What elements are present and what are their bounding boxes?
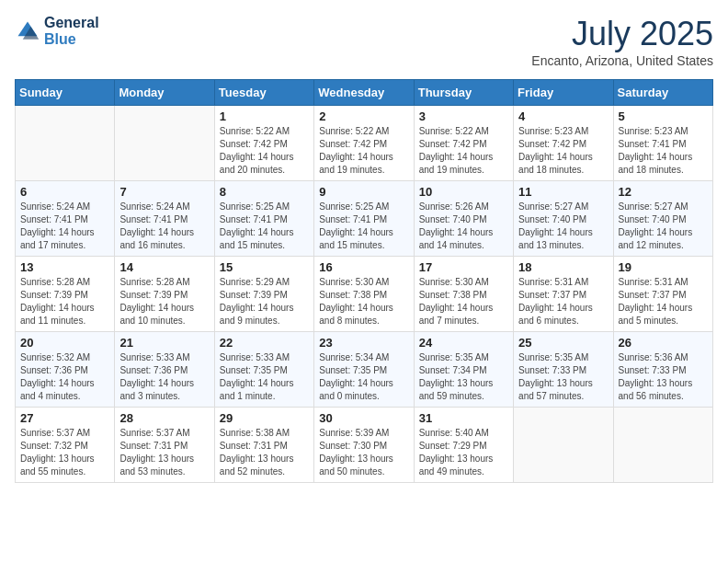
day-number: 12: [619, 185, 708, 199]
day-info: Sunrise: 5:26 AM Sunset: 7:40 PM Dayligh…: [419, 201, 508, 252]
day-info: Sunrise: 5:40 AM Sunset: 7:29 PM Dayligh…: [419, 427, 508, 478]
day-info: Sunrise: 5:24 AM Sunset: 7:41 PM Dayligh…: [119, 201, 209, 252]
day-number: 13: [20, 260, 109, 274]
calendar-cell: 10Sunrise: 5:26 AM Sunset: 7:40 PM Dayli…: [414, 181, 513, 257]
day-info: Sunrise: 5:27 AM Sunset: 7:40 PM Dayligh…: [518, 201, 608, 252]
day-number: 22: [220, 336, 309, 350]
calendar-cell: 29Sunrise: 5:38 AM Sunset: 7:31 PM Dayli…: [214, 408, 313, 483]
day-number: 29: [220, 411, 309, 425]
day-number: 20: [20, 336, 109, 350]
week-row-3: 13Sunrise: 5:28 AM Sunset: 7:39 PM Dayli…: [16, 257, 713, 332]
day-number: 23: [319, 336, 408, 350]
calendar-cell: 18Sunrise: 5:31 AM Sunset: 7:37 PM Dayli…: [514, 257, 613, 332]
calendar-cell: 23Sunrise: 5:34 AM Sunset: 7:35 PM Dayli…: [314, 332, 414, 408]
day-info: Sunrise: 5:31 AM Sunset: 7:37 PM Dayligh…: [619, 276, 708, 327]
day-number: 17: [419, 260, 508, 274]
location: Encanto, Arizona, United States: [531, 53, 713, 68]
day-info: Sunrise: 5:25 AM Sunset: 7:41 PM Dayligh…: [319, 201, 408, 252]
day-info: Sunrise: 5:27 AM Sunset: 7:40 PM Dayligh…: [619, 201, 708, 252]
day-info: Sunrise: 5:22 AM Sunset: 7:42 PM Dayligh…: [220, 125, 309, 177]
logo-general: General: [44, 15, 99, 31]
day-number: 4: [518, 109, 608, 123]
day-info: Sunrise: 5:30 AM Sunset: 7:38 PM Dayligh…: [419, 276, 508, 327]
day-info: Sunrise: 5:23 AM Sunset: 7:42 PM Dayligh…: [518, 125, 608, 177]
day-info: Sunrise: 5:32 AM Sunset: 7:36 PM Dayligh…: [20, 351, 109, 403]
day-number: 11: [518, 185, 608, 199]
calendar-cell: 3Sunrise: 5:22 AM Sunset: 7:42 PM Daylig…: [414, 106, 513, 181]
day-number: 30: [319, 411, 408, 425]
day-info: Sunrise: 5:31 AM Sunset: 7:37 PM Dayligh…: [518, 276, 608, 327]
day-number: 14: [119, 260, 209, 274]
day-number: 9: [319, 185, 408, 199]
calendar-cell: 14Sunrise: 5:28 AM Sunset: 7:39 PM Dayli…: [115, 257, 214, 332]
weekday-tuesday: Tuesday: [214, 80, 313, 106]
logo-blue: Blue: [44, 31, 99, 48]
calendar-cell: 8Sunrise: 5:25 AM Sunset: 7:41 PM Daylig…: [214, 181, 313, 257]
calendar-cell: 17Sunrise: 5:30 AM Sunset: 7:38 PM Dayli…: [414, 257, 513, 332]
day-number: 5: [619, 109, 708, 123]
day-info: Sunrise: 5:28 AM Sunset: 7:39 PM Dayligh…: [20, 276, 109, 327]
weekday-thursday: Thursday: [414, 80, 513, 106]
week-row-5: 27Sunrise: 5:37 AM Sunset: 7:32 PM Dayli…: [16, 408, 713, 483]
calendar-cell: 12Sunrise: 5:27 AM Sunset: 7:40 PM Dayli…: [613, 181, 712, 257]
day-info: Sunrise: 5:39 AM Sunset: 7:30 PM Dayligh…: [319, 427, 408, 478]
calendar-cell: 24Sunrise: 5:35 AM Sunset: 7:34 PM Dayli…: [414, 332, 513, 408]
calendar-cell: 27Sunrise: 5:37 AM Sunset: 7:32 PM Dayli…: [16, 408, 115, 483]
calendar-cell: [16, 106, 115, 181]
calendar-cell: 30Sunrise: 5:39 AM Sunset: 7:30 PM Dayli…: [314, 408, 414, 483]
calendar-cell: 2Sunrise: 5:22 AM Sunset: 7:42 PM Daylig…: [314, 106, 414, 181]
calendar-cell: 15Sunrise: 5:29 AM Sunset: 7:39 PM Dayli…: [214, 257, 313, 332]
day-info: Sunrise: 5:36 AM Sunset: 7:33 PM Dayligh…: [619, 351, 708, 403]
calendar-cell: 6Sunrise: 5:24 AM Sunset: 7:41 PM Daylig…: [16, 181, 115, 257]
calendar-cell: 19Sunrise: 5:31 AM Sunset: 7:37 PM Dayli…: [613, 257, 712, 332]
day-info: Sunrise: 5:23 AM Sunset: 7:41 PM Dayligh…: [619, 125, 708, 177]
week-row-4: 20Sunrise: 5:32 AM Sunset: 7:36 PM Dayli…: [16, 332, 713, 408]
calendar-cell: 5Sunrise: 5:23 AM Sunset: 7:41 PM Daylig…: [613, 106, 712, 181]
day-number: 16: [319, 260, 408, 274]
logo-icon: [15, 18, 40, 44]
day-info: Sunrise: 5:33 AM Sunset: 7:35 PM Dayligh…: [220, 351, 309, 403]
day-number: 27: [20, 411, 109, 425]
day-info: Sunrise: 5:38 AM Sunset: 7:31 PM Dayligh…: [220, 427, 309, 478]
day-number: 3: [419, 109, 508, 123]
day-info: Sunrise: 5:37 AM Sunset: 7:31 PM Dayligh…: [119, 427, 209, 478]
week-row-1: 1Sunrise: 5:22 AM Sunset: 7:42 PM Daylig…: [16, 106, 713, 181]
calendar-cell: 21Sunrise: 5:33 AM Sunset: 7:36 PM Dayli…: [115, 332, 214, 408]
calendar-cell: 16Sunrise: 5:30 AM Sunset: 7:38 PM Dayli…: [314, 257, 414, 332]
day-info: Sunrise: 5:25 AM Sunset: 7:41 PM Dayligh…: [220, 201, 309, 252]
calendar-cell: 11Sunrise: 5:27 AM Sunset: 7:40 PM Dayli…: [514, 181, 613, 257]
day-number: 18: [518, 260, 608, 274]
calendar-cell: 20Sunrise: 5:32 AM Sunset: 7:36 PM Dayli…: [16, 332, 115, 408]
calendar-cell: [514, 408, 613, 483]
day-info: Sunrise: 5:35 AM Sunset: 7:34 PM Dayligh…: [419, 351, 508, 403]
calendar-cell: [115, 106, 214, 181]
logo: General Blue: [15, 15, 99, 49]
day-number: 6: [20, 185, 109, 199]
calendar-cell: 22Sunrise: 5:33 AM Sunset: 7:35 PM Dayli…: [214, 332, 313, 408]
weekday-saturday: Saturday: [613, 80, 712, 106]
weekday-wednesday: Wednesday: [314, 80, 414, 106]
week-row-2: 6Sunrise: 5:24 AM Sunset: 7:41 PM Daylig…: [16, 181, 713, 257]
page-header: General Blue July 2025 Encanto, Arizona,…: [15, 15, 713, 68]
calendar-cell: 25Sunrise: 5:35 AM Sunset: 7:33 PM Dayli…: [514, 332, 613, 408]
calendar-cell: 31Sunrise: 5:40 AM Sunset: 7:29 PM Dayli…: [414, 408, 513, 483]
day-info: Sunrise: 5:34 AM Sunset: 7:35 PM Dayligh…: [319, 351, 408, 403]
weekday-friday: Friday: [514, 80, 613, 106]
day-info: Sunrise: 5:22 AM Sunset: 7:42 PM Dayligh…: [319, 125, 408, 177]
day-number: 31: [419, 411, 508, 425]
day-number: 26: [619, 336, 708, 350]
day-number: 28: [119, 411, 209, 425]
day-info: Sunrise: 5:37 AM Sunset: 7:32 PM Dayligh…: [20, 427, 109, 478]
day-number: 24: [419, 336, 508, 350]
day-number: 10: [419, 185, 508, 199]
calendar-table: SundayMondayTuesdayWednesdayThursdayFrid…: [15, 79, 713, 483]
month-title: July 2025: [531, 15, 713, 53]
day-number: 2: [319, 109, 408, 123]
day-info: Sunrise: 5:35 AM Sunset: 7:33 PM Dayligh…: [518, 351, 608, 403]
day-number: 8: [220, 185, 309, 199]
calendar-cell: 7Sunrise: 5:24 AM Sunset: 7:41 PM Daylig…: [115, 181, 214, 257]
title-block: July 2025 Encanto, Arizona, United State…: [531, 15, 713, 68]
calendar-cell: 9Sunrise: 5:25 AM Sunset: 7:41 PM Daylig…: [314, 181, 414, 257]
day-number: 15: [220, 260, 309, 274]
calendar-cell: 28Sunrise: 5:37 AM Sunset: 7:31 PM Dayli…: [115, 408, 214, 483]
